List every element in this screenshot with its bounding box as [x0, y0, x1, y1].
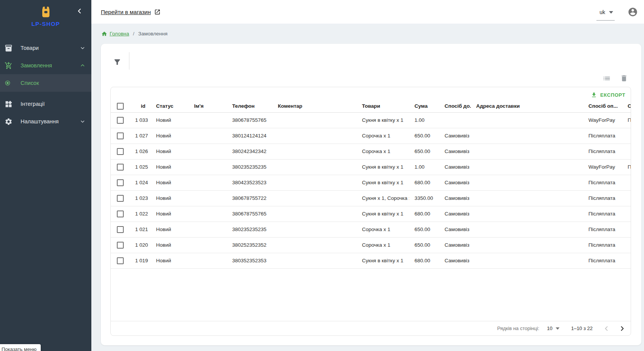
- column-header[interactable]: Сума: [409, 100, 439, 112]
- cell: Сорочка x 1: [357, 144, 409, 159]
- delete-button[interactable]: [619, 73, 629, 83]
- row-checkbox[interactable]: [117, 164, 124, 171]
- filter-button[interactable]: [112, 56, 123, 68]
- cell: Самовивіз: [439, 253, 471, 268]
- column-header[interactable]: Статус: [151, 100, 189, 112]
- cell: [622, 175, 631, 190]
- chevron-down-icon: [79, 118, 86, 125]
- row-checkbox[interactable]: [117, 117, 124, 124]
- cell: Післяплата: [583, 237, 622, 253]
- cell: [189, 175, 227, 190]
- breadcrumb-home-link[interactable]: Головна: [101, 31, 129, 37]
- gear-icon: [5, 117, 14, 126]
- cell: 1 033: [130, 112, 151, 128]
- table-row[interactable]: 1 021Новий380235235235Сорочка x 1650.00С…: [111, 222, 631, 237]
- cell: Пі: [622, 159, 631, 175]
- table-row[interactable]: 1 026Новий380242342342Сорочка x 1650.00С…: [111, 144, 631, 159]
- breadcrumb-separator: /: [132, 31, 135, 37]
- chevron-left-icon: [76, 8, 83, 14]
- cell: WayForPay: [583, 159, 622, 175]
- row-checkbox[interactable]: [117, 179, 124, 186]
- row-checkbox[interactable]: [117, 226, 124, 233]
- sidebar-item-settings[interactable]: Налаштування: [0, 113, 91, 130]
- user-avatar-button[interactable]: [628, 7, 638, 17]
- brand-name: LP-SHOP: [0, 21, 91, 27]
- table-empty-area: [111, 269, 631, 321]
- column-header[interactable]: Спосіб оп...: [583, 100, 622, 112]
- cell: [273, 112, 357, 128]
- language-select[interactable]: uk: [596, 7, 615, 21]
- table-row[interactable]: 1 023Новий380678755722Сукня x 1, Сорочка…: [111, 190, 631, 206]
- column-header[interactable]: Коментар: [273, 100, 357, 112]
- shop-bag-icon: [41, 6, 51, 18]
- cell: Післяплата: [583, 175, 622, 190]
- table-row[interactable]: 1 025Новий380235235235Сукня в квітку x 1…: [111, 159, 631, 175]
- export-button[interactable]: ЕКСПОРТ: [591, 92, 625, 98]
- row-checkbox[interactable]: [117, 242, 124, 249]
- cell: Сорочка x 1: [357, 222, 409, 237]
- cell: [471, 190, 583, 206]
- table-row[interactable]: 1 022Новий380678755765Сукня в квітку x 1…: [111, 206, 631, 222]
- sidebar-item-label: Список: [21, 80, 86, 86]
- view-list-button[interactable]: [602, 73, 612, 83]
- cell: Сукня в квітку x 1: [357, 159, 409, 175]
- cell: [622, 206, 631, 222]
- sidebar-item-label: Замовлення: [21, 62, 79, 69]
- cell: Новий: [151, 144, 189, 159]
- column-header[interactable]: Адреса доставки: [471, 100, 583, 112]
- breadcrumb-home-label: Головна: [110, 31, 129, 37]
- sidebar-item-label: Налаштування: [21, 118, 79, 124]
- chevron-right-icon: [618, 325, 626, 332]
- column-header[interactable]: Товари: [357, 100, 409, 112]
- pagination-range: 1–10 з 22: [571, 325, 593, 331]
- cell: 1.00: [409, 159, 439, 175]
- row-checkbox[interactable]: [117, 257, 124, 264]
- widgets-icon: [5, 99, 14, 108]
- cell: [189, 222, 227, 237]
- go-to-store-link[interactable]: Перейти в магазин: [101, 9, 161, 15]
- cell: Самовивіз: [439, 159, 471, 175]
- select-all-checkbox[interactable]: [117, 103, 124, 110]
- column-header[interactable]: Спосіб до...: [439, 100, 471, 112]
- sidebar-item-orders[interactable]: Замовлення: [0, 57, 91, 74]
- row-checkbox[interactable]: [117, 195, 124, 202]
- rows-per-page-select[interactable]: 10: [547, 325, 560, 331]
- cell: 380678755765: [227, 112, 273, 128]
- column-header[interactable]: Ім'я: [189, 100, 227, 112]
- sidebar-item-integrations[interactable]: Інтеграції: [0, 95, 91, 113]
- row-checkbox[interactable]: [117, 211, 124, 217]
- cell: [622, 237, 631, 253]
- sidebar-item-orders-list[interactable]: Список: [0, 74, 91, 92]
- table-header-row: idСтатусІм'яТелефонКоментарТовариСумаСпо…: [111, 100, 631, 112]
- table-row[interactable]: 1 019Новий380352352353Сукня в квітку x 1…: [111, 253, 631, 268]
- row-checkbox[interactable]: [117, 148, 124, 155]
- orders-page-card: ЕКСПОРТ idСтатусІм'яТелефонКоментарТовар…: [101, 44, 641, 345]
- table-row[interactable]: 1 027Новий380124124124Сорочка x 1650.00С…: [111, 128, 631, 144]
- cell: Сорочка x 1: [357, 237, 409, 253]
- cell: [439, 112, 471, 128]
- cell: [622, 253, 631, 268]
- sidebar-collapse-button[interactable]: [75, 6, 84, 16]
- cell: Новий: [151, 159, 189, 175]
- cell: Сукня x 1, Сорочка x 4: [357, 190, 409, 206]
- download-icon: [591, 92, 597, 98]
- chevron-up-icon: [79, 62, 86, 69]
- table-row[interactable]: 1 033Новий380678755765Сукня в квітку x 1…: [111, 112, 631, 128]
- cell: [273, 190, 357, 206]
- table-row[interactable]: 1 024Новий380423523523Сукня в квітку x 1…: [111, 175, 631, 190]
- column-header[interactable]: id: [130, 100, 151, 112]
- column-header[interactable]: Ст: [622, 100, 631, 112]
- table-row[interactable]: 1 020Новий380252352352Сорочка x 1650.00С…: [111, 237, 631, 253]
- cell: [273, 222, 357, 237]
- sidebar-item-products[interactable]: Товари: [0, 39, 91, 57]
- row-checkbox[interactable]: [117, 132, 124, 139]
- cell: 380678755722: [227, 190, 273, 206]
- cell: 380235235235: [227, 159, 273, 175]
- cell: [273, 237, 357, 253]
- cell: [471, 253, 583, 268]
- next-page-button[interactable]: [618, 324, 627, 333]
- prev-page-button[interactable]: [602, 324, 611, 333]
- cell: [273, 253, 357, 268]
- cell: [189, 190, 227, 206]
- column-header[interactable]: Телефон: [227, 100, 273, 112]
